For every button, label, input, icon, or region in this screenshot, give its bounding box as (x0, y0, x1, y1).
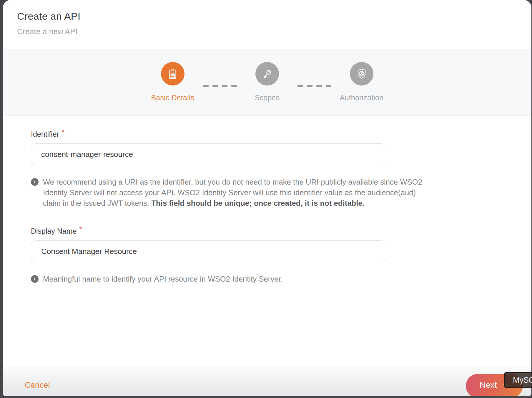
step-label-scopes: Scopes (255, 93, 280, 102)
step-connector (297, 85, 332, 87)
wizard-stepper: Basic Details Scopes (3, 49, 531, 116)
basic-details-form: Identifier * i We recommend using a URI … (3, 116, 531, 366)
info-icon: i (31, 275, 39, 283)
next-button-label: Next (480, 380, 497, 390)
key-icon (255, 62, 279, 86)
info-icon: i (31, 178, 39, 186)
required-asterisk: * (62, 129, 64, 135)
identifier-input[interactable] (31, 143, 386, 165)
step-label-basic-details: Basic Details (151, 93, 194, 102)
step-scopes: Scopes (238, 62, 297, 102)
display-name-input[interactable] (31, 240, 386, 262)
display-name-hint-text: Meaningful name to identify your API res… (43, 274, 283, 284)
required-asterisk: * (79, 226, 82, 232)
step-authorization: Authorization (332, 62, 391, 102)
page-subtitle: Create a new API (17, 27, 531, 36)
step-connector (202, 85, 238, 87)
identifier-hint-text: We recommend using a URI as the identifi… (43, 177, 427, 208)
create-api-dialog: Create an API Create a new API Basic Det… (3, 0, 531, 396)
identifier-label: Identifier * (31, 130, 531, 138)
cancel-button[interactable]: Cancel (25, 381, 50, 390)
step-label-authorization: Authorization (340, 93, 384, 102)
dialog-footer: Cancel Next (3, 366, 531, 396)
mysql-tooltip: MySQ (504, 372, 532, 388)
page-title: Create an API (17, 11, 531, 22)
step-basic-details: Basic Details (143, 62, 202, 102)
display-name-label: Display Name * (31, 227, 531, 235)
shield-user-icon (350, 62, 373, 86)
clipboard-icon (161, 62, 184, 86)
display-name-hint: i Meaningful name to identify your API r… (31, 274, 427, 284)
dialog-header: Create an API Create a new API (3, 0, 531, 49)
identifier-hint: i We recommend using a URI as the identi… (31, 177, 427, 208)
